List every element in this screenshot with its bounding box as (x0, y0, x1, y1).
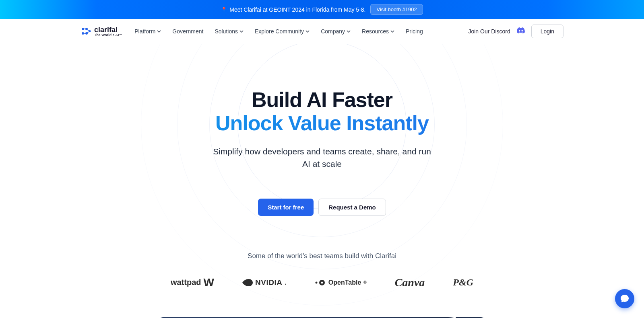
pin-icon: 📍 (221, 7, 227, 12)
chevron-down-icon (347, 29, 351, 33)
nav-pricing[interactable]: Pricing (406, 28, 423, 35)
hero-title-line-2: Unlock Value Instantly (8, 111, 636, 135)
clarifai-logo-icon (80, 26, 91, 37)
wattpad-w-icon: W (204, 276, 214, 289)
hero-subtitle: Simplify how developers and teams create… (209, 145, 435, 170)
header-inner: clarifai The World's AI™ Platform Govern… (64, 25, 580, 38)
svg-point-7 (321, 281, 323, 283)
hero-title-line-1: Build AI Faster (8, 88, 636, 111)
opentable-icon (315, 279, 326, 286)
nav-label: Pricing (406, 28, 423, 35)
logo-link[interactable]: clarifai The World's AI™ (80, 26, 122, 37)
svg-point-2 (82, 32, 84, 35)
announcement-text: 📍 Meet Clarifai at GEOINT 2024 in Florid… (221, 6, 365, 13)
nav-label: Platform (134, 28, 155, 35)
nav-company[interactable]: Company (321, 28, 351, 35)
brand-logos-row: wattpad W NVIDIA. OpenTable® Canva (8, 276, 636, 289)
discord-link[interactable]: Join Our Discord (468, 28, 510, 35)
hero-content: Build AI Faster Unlock Value Instantly S… (8, 88, 636, 318)
hero-section: Build AI Faster Unlock Value Instantly S… (0, 44, 644, 318)
nvidia-eye-icon (242, 279, 253, 286)
logo-tagline: The World's AI™ (94, 33, 122, 37)
nav-resources[interactable]: Resources (362, 28, 394, 35)
canva-logo: Canva (395, 276, 425, 289)
nav-label: Explore Community (255, 28, 304, 35)
wattpad-text: wattpad (171, 278, 201, 287)
chevron-down-icon (157, 29, 161, 33)
nav-platform[interactable]: Platform (134, 28, 161, 35)
logo-name: clarifai (94, 26, 122, 33)
svg-point-4 (89, 30, 91, 32)
nav-explore-community[interactable]: Explore Community (255, 28, 310, 35)
header-right: Join Our Discord Login (468, 25, 564, 38)
wattpad-logo: wattpad W (171, 276, 214, 289)
main-nav: Platform Government Solutions Explore Co… (134, 28, 423, 35)
pg-logo: P&G (453, 277, 473, 288)
site-header: clarifai The World's AI™ Platform Govern… (0, 19, 644, 44)
canva-text: Canva (395, 276, 425, 289)
nav-label: Solutions (215, 28, 238, 35)
opentable-logo: OpenTable® (315, 279, 367, 286)
hero-cta-group: Start for free Request a Demo (8, 199, 636, 216)
opentable-text: OpenTable (328, 279, 361, 286)
logo-text: clarifai The World's AI™ (94, 26, 122, 37)
nvidia-text: NVIDIA (255, 278, 282, 287)
nvidia-logo: NVIDIA. (242, 278, 287, 287)
announcement-message: Meet Clarifai at GEOINT 2024 in Florida … (229, 6, 365, 13)
nav-label: Company (321, 28, 345, 35)
social-proof-label: Some of the world's best teams build wit… (8, 252, 636, 260)
pg-text: P&G (453, 277, 473, 288)
announcement-banner: 📍 Meet Clarifai at GEOINT 2024 in Florid… (0, 0, 644, 19)
nav-label: Resources (362, 28, 389, 35)
nav-government[interactable]: Government (172, 28, 203, 35)
svg-point-0 (82, 28, 84, 30)
login-button[interactable]: Login (531, 25, 564, 38)
chevron-down-icon (239, 29, 244, 33)
request-demo-button[interactable]: Request a Demo (318, 199, 386, 216)
svg-point-5 (315, 281, 317, 283)
discord-icon[interactable] (517, 27, 525, 36)
chevron-down-icon (305, 29, 310, 33)
nav-label: Government (172, 28, 203, 35)
chevron-down-icon (390, 29, 394, 33)
nav-solutions[interactable]: Solutions (215, 28, 244, 35)
start-free-button[interactable]: Start for free (258, 199, 314, 216)
announcement-cta-button[interactable]: Visit booth #1902 (370, 4, 423, 15)
